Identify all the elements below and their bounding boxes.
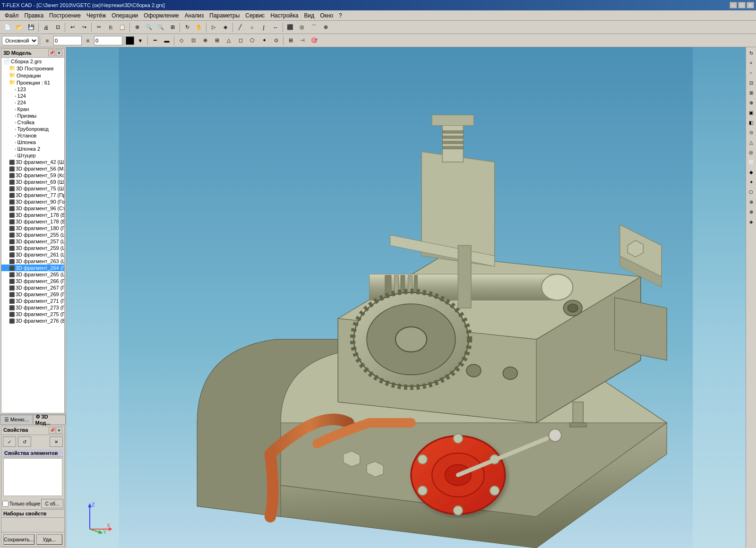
- viewport[interactable]: Z X Y: [66, 47, 746, 548]
- rt-btn-7[interactable]: ▣: [747, 108, 756, 117]
- new-button[interactable]: 📄: [2, 22, 13, 33]
- tree-item[interactable]: ▪Трубопровод: [1, 126, 64, 132]
- menu-item-[interactable]: Правка: [22, 11, 47, 20]
- rt-btn-5[interactable]: ⊞: [747, 88, 756, 97]
- menu-item-[interactable]: Файл: [2, 11, 22, 20]
- zoom-fit-button[interactable]: ⊕: [131, 22, 143, 33]
- rt-btn-3[interactable]: −: [747, 68, 756, 77]
- save-button[interactable]: 💾: [26, 22, 37, 33]
- field2-input[interactable]: [94, 36, 122, 45]
- rt-btn-9[interactable]: ⊙: [747, 128, 756, 137]
- tree-item[interactable]: ▪123: [1, 86, 64, 93]
- only-common-checkbox[interactable]: Только общие: [2, 499, 40, 508]
- tree-item[interactable]: ⬛3D фрагмент_96 (Ст...: [1, 205, 64, 212]
- tree-item[interactable]: ⬛3D фрагмент_264 (Г...: [1, 265, 64, 271]
- menu-item-[interactable]: Оформление: [141, 11, 181, 20]
- tree-close-button[interactable]: ×: [56, 50, 62, 56]
- rt-btn-8[interactable]: ◧: [747, 118, 756, 127]
- with-common-button[interactable]: С об...: [41, 499, 63, 508]
- tree-item[interactable]: 📁3D Построения: [1, 65, 64, 72]
- view-preset-select[interactable]: Основной: [2, 36, 38, 45]
- field1-input[interactable]: [53, 36, 82, 45]
- tree-item[interactable]: ⬛3D фрагмент_271 (Г...: [1, 298, 64, 304]
- tree-item[interactable]: ⬛3D фрагмент_77 (Пр...: [1, 192, 64, 198]
- rt-btn-12[interactable]: ⬜: [747, 157, 756, 167]
- tree-item[interactable]: ⬛3D фрагмент_265 (Ш...: [1, 271, 64, 278]
- rt-btn-18[interactable]: ◈: [747, 217, 756, 226]
- tree-item[interactable]: ⬛3D фрагмент_266 (Г...: [1, 278, 64, 284]
- rt-btn-13[interactable]: ◆: [747, 167, 756, 177]
- app-minimize-button[interactable]: −: [730, 2, 737, 9]
- spline-button[interactable]: ∫: [258, 22, 269, 33]
- undo-button[interactable]: ↩: [67, 22, 78, 33]
- menu-item-[interactable]: Вид: [301, 11, 317, 20]
- grid-button[interactable]: ⊞: [285, 35, 296, 46]
- tree-item[interactable]: ▪Шпонка: [1, 139, 64, 146]
- tree-item[interactable]: ⬛3D фрагмент_269 (Г...: [1, 291, 64, 298]
- props-close-button[interactable]: ×: [56, 427, 62, 434]
- tree-item[interactable]: ▪Призмы: [1, 112, 64, 119]
- 3d-view-button[interactable]: 🎯: [309, 35, 320, 46]
- snap6-button[interactable]: ◻: [235, 35, 246, 46]
- tree-item[interactable]: ⬛3D фрагмент_275 (Г...: [1, 311, 64, 317]
- tree-item[interactable]: 📄Сборка 2.grs: [1, 58, 64, 65]
- tree-item[interactable]: ▪Шпонка 2: [1, 146, 64, 152]
- redo-button[interactable]: ↪: [78, 22, 90, 33]
- snap9-button[interactable]: ⊙: [270, 35, 282, 46]
- rt-btn-16[interactable]: ⊛: [747, 197, 756, 206]
- tab-menu[interactable]: ☰ Меню...: [0, 415, 33, 425]
- save-props-button[interactable]: Сохранить...: [3, 534, 34, 545]
- snap4-button[interactable]: ⊞: [211, 35, 223, 46]
- line-button[interactable]: ╱: [234, 22, 246, 33]
- props-confirm-button[interactable]: ✓: [3, 437, 16, 447]
- props-pin-button[interactable]: 📌: [49, 427, 55, 434]
- circle-button[interactable]: ○: [246, 22, 258, 33]
- fillet-button[interactable]: ⌒: [308, 22, 319, 33]
- menu-item-[interactable]: Построение: [46, 11, 84, 20]
- tree-item[interactable]: ⬛3D фрагмент_259 (Ш...: [1, 245, 64, 251]
- tree-item[interactable]: ⬛3D фрагмент_267 (Г...: [1, 284, 64, 291]
- menu-item-[interactable]: Окно: [317, 11, 336, 20]
- line-type-button[interactable]: ━: [149, 35, 161, 46]
- tree-item[interactable]: ⬛3D фрагмент_42 (Ш...: [1, 159, 64, 165]
- tree-item[interactable]: ⬛3D фрагмент_261 (Ш...: [1, 251, 64, 258]
- tree-item[interactable]: ⬛3D фрагмент_257 (Ш...: [1, 238, 64, 245]
- extrude-button[interactable]: ⬛: [284, 22, 296, 33]
- snap3-button[interactable]: ⊕: [199, 35, 211, 46]
- rt-btn-2[interactable]: +: [747, 58, 756, 68]
- tree-item[interactable]: ▪Установ: [1, 132, 64, 139]
- line-weight-button[interactable]: ▬: [161, 35, 172, 46]
- ortho-button[interactable]: ⊣: [297, 35, 308, 46]
- pan-button[interactable]: ✋: [193, 22, 205, 33]
- tree-item[interactable]: ⬛3D фрагмент_56 (М...: [1, 165, 64, 172]
- snap7-button[interactable]: ⬡: [247, 35, 258, 46]
- props-cancel-button[interactable]: ✕: [50, 437, 63, 447]
- rt-btn-15[interactable]: ⬡: [747, 187, 756, 197]
- tree-item[interactable]: ⬛3D фрагмент_75 (Ш...: [1, 185, 64, 192]
- model-tree-content[interactable]: 📄Сборка 2.grs📁3D Построения📁Операции📁Про…: [1, 58, 64, 411]
- zoom-in-button[interactable]: 🔍: [143, 22, 155, 33]
- tree-item[interactable]: ⬛3D фрагмент_178 (В...: [1, 212, 64, 218]
- tree-item[interactable]: ▪Кран: [1, 106, 64, 112]
- tree-item[interactable]: 📁Операции: [1, 72, 64, 79]
- rt-btn-17[interactable]: ⊗: [747, 207, 756, 216]
- tree-item[interactable]: ⬛3D фрагмент_90 (Го...: [1, 198, 64, 205]
- rt-btn-6[interactable]: ⊕: [747, 98, 756, 107]
- cut-button[interactable]: ✂: [93, 22, 104, 33]
- paste-button[interactable]: 📋: [117, 22, 128, 33]
- rt-btn-1[interactable]: ↻: [747, 48, 756, 58]
- snap5-button[interactable]: △: [223, 35, 234, 46]
- snap1-button[interactable]: ◇: [176, 35, 187, 46]
- rt-btn-14[interactable]: ✦: [747, 177, 756, 187]
- color-dropdown-button[interactable]: ▼: [135, 35, 146, 46]
- tree-item[interactable]: ⬛3D фрагмент_178 (В...: [1, 218, 64, 225]
- menu-item-[interactable]: Чертёж: [84, 11, 109, 20]
- tree-item[interactable]: ▪224: [1, 99, 64, 106]
- app-maximize-button[interactable]: □: [738, 2, 746, 9]
- menu-item-[interactable]: Анализ: [182, 11, 207, 20]
- revolve-button[interactable]: ◎: [296, 22, 308, 33]
- snap-button[interactable]: ◈: [220, 22, 231, 33]
- tree-item[interactable]: ⬛3D фрагмент_59 (Ко...: [1, 172, 64, 179]
- rt-btn-10[interactable]: △: [747, 137, 756, 147]
- tree-pin-button[interactable]: 📌: [48, 50, 55, 56]
